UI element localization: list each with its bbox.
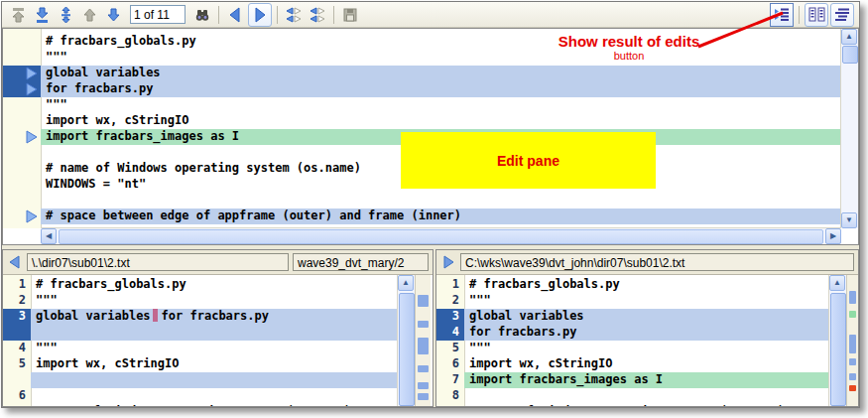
code-line[interactable]: global variables bbox=[3, 66, 841, 81]
code-text: """ bbox=[464, 293, 828, 309]
scroll-left-icon[interactable]: ◀ bbox=[41, 228, 57, 244]
code-line[interactable]: import wx, cStringIO bbox=[3, 113, 841, 129]
code-text: global variables bbox=[464, 309, 828, 325]
left-pane-vertical-scrollbar[interactable]: ▲ bbox=[397, 275, 415, 406]
line-number: 1 bbox=[3, 277, 31, 293]
scroll-up-icon[interactable]: ▲ bbox=[829, 275, 845, 291]
toolbar-separator bbox=[277, 6, 278, 24]
code-text bbox=[31, 325, 398, 341]
code-line[interactable]: 4""" bbox=[3, 341, 398, 356]
code-line[interactable]: 7import fracbars_images as I bbox=[436, 372, 828, 388]
code-line[interactable]: """ bbox=[3, 97, 841, 113]
code-line[interactable]: 6 bbox=[3, 388, 398, 404]
left-file-path[interactable]: \.\dir07\sub01\2.txt bbox=[27, 253, 289, 271]
code-line[interactable]: 2""" bbox=[436, 293, 828, 309]
code-line[interactable]: 5import wx, cStringIO bbox=[3, 356, 398, 372]
code-line[interactable]: 4for fracbars.py bbox=[436, 325, 828, 341]
copy-diff-left-button[interactable] bbox=[283, 4, 305, 26]
app-window: # fracbars_globals.py"""global variables… bbox=[1, 1, 860, 408]
code-line[interactable]: # space between edge of appframe (outer)… bbox=[3, 209, 841, 224]
line-number bbox=[3, 372, 31, 388]
diff-position-field[interactable] bbox=[130, 5, 186, 24]
code-line[interactable]: 1# fracbars_globals.py bbox=[436, 277, 828, 293]
nav-left-button[interactable] bbox=[224, 4, 246, 26]
code-line[interactable]: 5""" bbox=[436, 341, 828, 356]
code-line[interactable] bbox=[3, 325, 398, 341]
diff-marker-icon[interactable] bbox=[3, 209, 41, 224]
next-diff-button[interactable] bbox=[102, 4, 124, 26]
code-line[interactable]: 2""" bbox=[3, 293, 398, 309]
diff-map-mark[interactable] bbox=[849, 291, 856, 304]
edit-pane-vertical-scrollbar[interactable]: ▲ ▼ bbox=[840, 29, 858, 228]
right-pane-body: 1# fracbars_globals.py2"""3global variab… bbox=[436, 275, 858, 406]
diff-map-mark[interactable] bbox=[418, 295, 429, 307]
code-line[interactable]: """ bbox=[3, 50, 841, 66]
right-file-path[interactable]: C:\wks\wave39\dvt_john\dir07\sub01\2.txt bbox=[460, 253, 854, 271]
save-button[interactable] bbox=[339, 4, 361, 26]
code-text: # fracbars_globals.py bbox=[464, 277, 828, 293]
code-line[interactable]: 3global variablesfor fracbars.py bbox=[3, 309, 398, 325]
goto-last-diff-button[interactable] bbox=[31, 4, 53, 26]
center-current-diff-button[interactable] bbox=[55, 4, 76, 26]
side-by-side-view-button[interactable] bbox=[805, 3, 828, 27]
gutter-cell bbox=[3, 50, 41, 66]
left-file-pane[interactable]: \.\dir07\sub01\2.txt wave39_dvt_mary/2 1… bbox=[2, 249, 434, 407]
code-line[interactable] bbox=[3, 193, 841, 209]
diff-map-mark[interactable] bbox=[849, 385, 856, 391]
code-line[interactable]: # fracbars_globals.py bbox=[3, 34, 841, 50]
scroll-right-icon[interactable]: ▶ bbox=[825, 228, 841, 244]
find-icon[interactable] bbox=[191, 4, 213, 26]
code-line[interactable]: 3global variables bbox=[436, 309, 828, 325]
diff-map-mark[interactable] bbox=[418, 338, 429, 354]
show-result-of-edits-button[interactable] bbox=[770, 3, 794, 27]
previous-diff-button[interactable] bbox=[78, 4, 100, 26]
diff-map-mark[interactable] bbox=[418, 365, 429, 372]
diff-map-mark[interactable] bbox=[849, 358, 856, 365]
code-line[interactable]: 7# name of Windows operating system (os.… bbox=[3, 404, 398, 406]
line-number: 1 bbox=[436, 277, 464, 293]
nav-right-button[interactable] bbox=[248, 3, 272, 27]
unified-view-button[interactable] bbox=[830, 3, 854, 27]
code-line[interactable] bbox=[3, 372, 398, 388]
diff-marker-icon[interactable] bbox=[3, 66, 41, 81]
left-file-branch-label[interactable]: wave39_dvt_mary/2 bbox=[293, 253, 429, 271]
code-line[interactable]: 6import wx, cStringIO bbox=[436, 356, 828, 372]
diff-map-mark[interactable] bbox=[849, 335, 856, 353]
diff-map-mark[interactable] bbox=[418, 382, 429, 389]
diff-map-mark[interactable] bbox=[849, 311, 856, 318]
edit-pane-horizontal-scrollbar[interactable]: ◀ ▶ bbox=[41, 227, 841, 244]
gutter-cell bbox=[3, 97, 41, 113]
gutter-cell bbox=[3, 113, 41, 129]
code-text: # name of Windows operating system (os.n… bbox=[31, 404, 398, 406]
scrollbar-thumb[interactable] bbox=[59, 229, 823, 244]
scroll-up-icon[interactable]: ▲ bbox=[398, 275, 414, 291]
code-text: for fracbars.py bbox=[464, 325, 828, 341]
scrollbar-thumb[interactable] bbox=[830, 293, 846, 406]
diff-marker-icon[interactable] bbox=[3, 81, 41, 97]
toolbar-separator bbox=[799, 6, 800, 24]
diff-marker-icon[interactable] bbox=[3, 129, 41, 145]
left-diff-map[interactable] bbox=[415, 275, 431, 406]
right-pane-header: C:\wks\wave39\dvt_john\dir07\sub01\2.txt bbox=[436, 250, 858, 275]
code-line[interactable]: 8 bbox=[436, 388, 828, 404]
select-left-pane-icon[interactable] bbox=[7, 254, 23, 270]
right-diff-map[interactable] bbox=[846, 275, 858, 406]
scroll-down-icon[interactable]: ▼ bbox=[841, 212, 857, 228]
diff-map-mark[interactable] bbox=[849, 373, 856, 380]
copy-diff-right-button[interactable] bbox=[307, 4, 328, 26]
code-line[interactable]: 1# fracbars_globals.py bbox=[3, 277, 398, 293]
scroll-up-icon[interactable]: ▲ bbox=[841, 29, 857, 45]
diff-map-mark[interactable] bbox=[418, 321, 429, 328]
diff-map-mark[interactable] bbox=[418, 393, 429, 400]
line-number bbox=[3, 325, 31, 341]
goto-first-diff-button[interactable] bbox=[7, 4, 29, 26]
show-result-callout: Show result of edits button bbox=[550, 33, 708, 62]
right-pane-vertical-scrollbar[interactable]: ▲ bbox=[828, 275, 846, 406]
code-line[interactable]: for fracbars.py bbox=[3, 81, 841, 97]
scrollbar-thumb[interactable] bbox=[842, 46, 858, 64]
scrollbar-thumb[interactable] bbox=[399, 293, 415, 406]
select-right-pane-icon[interactable] bbox=[440, 254, 456, 270]
right-file-pane[interactable]: C:\wks\wave39\dvt_john\dir07\sub01\2.txt… bbox=[435, 249, 859, 407]
code-text: # space between edge of appframe (outer)… bbox=[41, 209, 841, 224]
code-line[interactable]: 9# name of Windows operating system (os.… bbox=[436, 404, 828, 406]
